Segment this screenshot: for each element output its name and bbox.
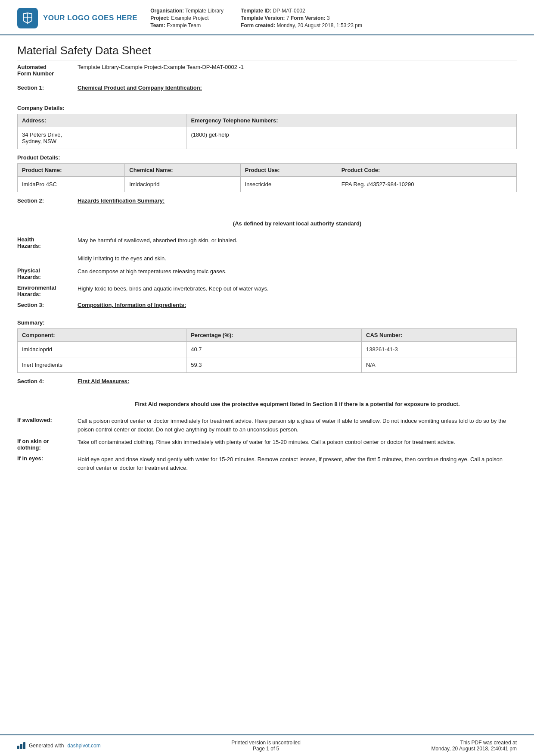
section1-header: Section 1: Chemical Product and Company … bbox=[17, 84, 517, 91]
section4-note: First Aid responders should use the prot… bbox=[17, 401, 517, 407]
physical-label: PhysicalHazards: bbox=[17, 267, 78, 280]
footer-pdf-value: Monday, 20 August 2018, 2:40:41 pm bbox=[431, 746, 517, 752]
ingredient-1-component: Imidacloprid bbox=[18, 342, 186, 357]
section4-num: Section 4: bbox=[17, 378, 78, 384]
project-line: Project: Example Project bbox=[150, 15, 224, 21]
document-title: Material Safety Data Sheet bbox=[17, 44, 517, 60]
page-footer: Generated with dashpivot.com Printed ver… bbox=[0, 734, 534, 756]
company-details-label: Company Details: bbox=[17, 105, 517, 111]
eyes-row: If in eyes: Hold eye open and rinse slow… bbox=[17, 455, 517, 472]
skin-row: If on skin orclothing: Take off contamin… bbox=[17, 438, 517, 451]
health-hazards-row: HealthHazards: May be harmful of swallow… bbox=[17, 236, 517, 263]
health-value: May be harmful of swallowed, absorbed th… bbox=[78, 236, 517, 263]
company-table: Address: Emergency Telephone Numbers: 34… bbox=[17, 114, 517, 149]
swallowed-value: Call a poison control center or doctor i… bbox=[78, 417, 517, 434]
section2-num: Section 2: bbox=[17, 197, 78, 204]
product-row: ImidaPro 4SC Imidacloprid Insecticide EP… bbox=[18, 177, 517, 192]
footer-bar-1 bbox=[17, 746, 19, 749]
footer-right: This PDF was created at Monday, 20 Augus… bbox=[431, 740, 517, 752]
logo-text: YOUR LOGO GOES HERE bbox=[43, 13, 137, 23]
footer-dashpivot-link[interactable]: dashpivot.com bbox=[67, 743, 100, 749]
header-meta: Organisation: Template Library Project: … bbox=[150, 8, 517, 28]
section2-header: Section 2: Hazards Identification Summar… bbox=[17, 197, 517, 204]
org-line: Organisation: Template Library bbox=[150, 8, 224, 14]
ingredient-row-2: Inert Ingredients 59.3 N/A bbox=[18, 357, 517, 373]
footer-center: Printed version is uncontrolled Page 1 o… bbox=[231, 740, 301, 752]
product-code: EPA Reg. #43527-984-10290 bbox=[337, 177, 516, 192]
company-header-address: Address: bbox=[18, 114, 186, 127]
logo-area: YOUR LOGO GOES HERE bbox=[17, 8, 137, 28]
ingredient-2-cas: N/A bbox=[362, 357, 517, 373]
ingredient-2-component: Inert Ingredients bbox=[18, 357, 186, 373]
form-number-row: AutomatedForm Number Template Library-Ex… bbox=[17, 64, 517, 77]
product-header-code: Product Code: bbox=[337, 164, 516, 177]
ingredient-header-percentage: Percentage (%): bbox=[186, 329, 362, 342]
skin-value: Take off contaminated clothing. Rinse sk… bbox=[78, 438, 517, 451]
ingredients-table: Component: Percentage (%): CAS Number: I… bbox=[17, 328, 517, 373]
ingredient-header-cas: CAS Number: bbox=[362, 329, 517, 342]
template-version-line: Template Version: 7 Form Version: 3 bbox=[241, 15, 362, 21]
product-header-name: Product Name: bbox=[18, 164, 125, 177]
team-line: Team: Example Team bbox=[150, 22, 224, 28]
swallowed-row: If swallowed: Call a poison control cent… bbox=[17, 417, 517, 434]
environmental-hazards-row: EnvironmentalHazards: Highly toxic to be… bbox=[17, 284, 517, 297]
company-row: 34 Peters Drive,Sydney, NSW (1800) get-h… bbox=[18, 127, 517, 149]
page-header: YOUR LOGO GOES HERE Organisation: Templa… bbox=[0, 0, 534, 35]
form-number-value: Template Library-Example Project-Example… bbox=[78, 64, 244, 77]
eyes-label: If in eyes: bbox=[17, 455, 78, 472]
footer-pdf-label: This PDF was created at bbox=[431, 740, 517, 746]
form-number-label: AutomatedForm Number bbox=[17, 64, 78, 77]
logo-icon bbox=[17, 8, 38, 28]
section1-title: Chemical Product and Company Identificat… bbox=[78, 84, 202, 91]
ingredient-1-cas: 138261-41-3 bbox=[362, 342, 517, 357]
company-phone: (1800) get-help bbox=[186, 127, 517, 149]
environmental-value: Highly toxic to bees, birds and aquatic … bbox=[78, 284, 517, 297]
environmental-label: EnvironmentalHazards: bbox=[17, 284, 78, 297]
section3-header: Section 3: Composition, Information of I… bbox=[17, 302, 517, 308]
main-content: Material Safety Data Sheet AutomatedForm… bbox=[0, 35, 534, 734]
product-details-label: Product Details: bbox=[17, 154, 517, 161]
section1-num: Section 1: bbox=[17, 84, 78, 91]
product-use: Insecticide bbox=[240, 177, 337, 192]
ingredient-1-percentage: 40.7 bbox=[186, 342, 362, 357]
footer-left: Generated with dashpivot.com bbox=[17, 742, 101, 749]
section3-num: Section 3: bbox=[17, 302, 78, 308]
health-label: HealthHazards: bbox=[17, 236, 78, 263]
footer-page-label: Page 1 of 5 bbox=[231, 746, 301, 752]
header-meta-right: Template ID: DP-MAT-0002 Template Versio… bbox=[241, 8, 362, 28]
ingredient-2-percentage: 59.3 bbox=[186, 357, 362, 373]
footer-logo-icon bbox=[17, 742, 25, 749]
skin-label: If on skin orclothing: bbox=[17, 438, 78, 451]
product-table: Product Name: Chemical Name: Product Use… bbox=[17, 163, 517, 192]
chemical-name: Imidacloprid bbox=[125, 177, 240, 192]
footer-bar-3 bbox=[23, 742, 25, 749]
company-header-phone: Emergency Telephone Numbers: bbox=[186, 114, 517, 127]
product-header-chemical: Chemical Name: bbox=[125, 164, 240, 177]
product-name: ImidaPro 4SC bbox=[18, 177, 125, 192]
eyes-value: Hold eye open and rinse slowly and gentl… bbox=[78, 455, 517, 472]
header-meta-left: Organisation: Template Library Project: … bbox=[150, 8, 224, 28]
template-id-line: Template ID: DP-MAT-0002 bbox=[241, 8, 362, 14]
section2-title: Hazards Identification Summary: bbox=[78, 197, 165, 204]
product-header-use: Product Use: bbox=[240, 164, 337, 177]
physical-value: Can decompose at high temperatures relea… bbox=[78, 267, 517, 280]
physical-hazards-row: PhysicalHazards: Can decompose at high t… bbox=[17, 267, 517, 280]
section3-title: Composition, Information of Ingredients: bbox=[78, 302, 186, 308]
section2-note: (As defined by relevant local authority … bbox=[17, 220, 517, 227]
section4-header: Section 4: First Aid Measures: bbox=[17, 378, 517, 384]
footer-bar-2 bbox=[20, 744, 22, 749]
form-created-line: Form created: Monday, 20 August 2018, 1:… bbox=[241, 22, 362, 28]
ingredient-row-1: Imidacloprid 40.7 138261-41-3 bbox=[18, 342, 517, 357]
summary-label: Summary: bbox=[17, 319, 517, 326]
swallowed-label: If swallowed: bbox=[17, 417, 78, 434]
company-address: 34 Peters Drive,Sydney, NSW bbox=[18, 127, 186, 149]
ingredient-header-component: Component: bbox=[18, 329, 186, 342]
footer-generated-label: Generated with bbox=[29, 743, 64, 749]
footer-printed-label: Printed version is uncontrolled bbox=[231, 740, 301, 746]
section4-title: First Aid Measures: bbox=[78, 378, 129, 384]
